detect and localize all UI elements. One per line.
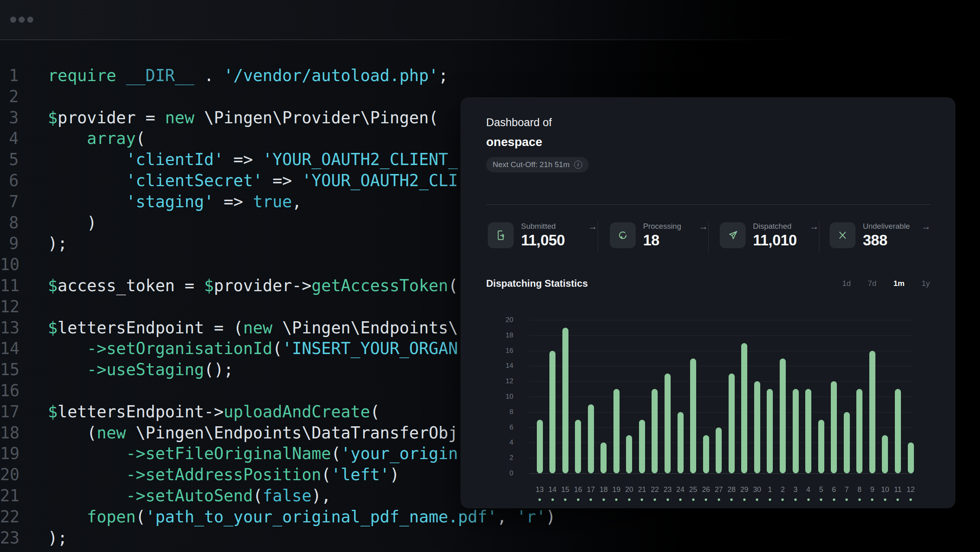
code-text [48,380,58,402]
chart-bar [537,420,543,473]
line-number: 11 [0,275,19,296]
chart-bar [562,328,568,473]
window-control-dot[interactable] [19,17,25,23]
gridline [529,366,913,366]
x-axis-dot [564,498,566,501]
chart-bar [895,389,901,473]
x-axis-dot [730,498,733,501]
chart-bar [793,389,799,473]
line-number: 1 [0,65,19,86]
window-control-dot[interactable] [27,17,33,23]
code-text: ->setFileOriginalName('your_origin [48,443,458,464]
x-axis-dot [705,498,707,501]
gridline [529,335,913,336]
line-number: 17 [0,402,19,423]
gridline [529,473,913,474]
x-axis-dot [743,498,746,501]
chart-bar [856,389,862,473]
code-text: $access_token = $provider->getAccessToke… [48,275,458,296]
x-axis-dot [896,498,899,501]
x-axis-dot [667,498,669,501]
chart-bar [678,412,684,473]
chart-bar [588,404,594,473]
line-number: 3 [0,107,19,129]
line-number: 6 [0,170,19,191]
y-axis-tick-label: 2 [477,454,513,462]
x-axis-dot [577,498,579,501]
gridline [529,320,913,320]
code-text: 'clientId' => 'YOUR_OAUTH2_CLIENT_ [48,149,458,170]
line-number: 9 [0,233,19,254]
code-text: ); [48,528,67,549]
gridline [529,351,913,351]
y-axis-tick-label: 4 [477,438,513,447]
chart-bar [805,389,811,473]
code-text: ) [48,213,96,234]
line-number: 15 [0,359,19,380]
x-axis-dot [679,498,682,501]
chart-bar [729,374,735,473]
x-axis-dot [807,498,810,501]
gridline [529,397,913,397]
chart-bar [639,420,645,473]
code-text: $lettersEndpoint = (new \Pingen\Endpoint… [48,318,458,339]
chart-bar [613,389,620,473]
chart-bar [882,435,888,474]
x-axis-dot [615,498,618,501]
x-axis-dot [820,498,822,501]
y-axis-tick-label: 6 [477,423,513,432]
x-axis-dot [603,498,605,501]
y-axis-tick-label: 0 [477,469,513,477]
window-controls [10,17,33,23]
x-axis-dot [871,498,873,501]
x-axis-dot [858,498,861,501]
x-axis-dot [845,498,848,501]
code-text: $provider = new \Pingen\Provider\Pingen( [48,107,438,129]
line-number: 2 [0,86,19,107]
x-axis-dot [794,498,797,501]
code-text [48,86,58,107]
line-number: 8 [0,213,19,234]
chart-bar [716,427,722,473]
line-number: 13 [0,318,19,339]
line-number: 19 [0,443,19,464]
y-axis-tick-label: 20 [477,316,513,324]
code-text: require __DIR__ . '/vendor/autoload.php'… [48,65,448,86]
code-line: 1require __DIR__ . '/vendor/autoload.php… [0,65,555,86]
x-axis-dot [909,498,912,501]
dispatching-statistics-chart: 0246810121416182013141516171819202122232… [461,98,955,508]
gridline [529,381,913,382]
gridline [529,427,913,428]
line-number: 18 [0,423,19,444]
x-axis-dot [718,498,720,501]
y-axis-tick-label: 18 [477,331,513,339]
x-axis-dot [551,498,554,501]
x-axis-dot [781,498,784,501]
line-number: 4 [0,128,19,149]
y-axis-tick-label: 8 [477,408,513,416]
chart-bar [575,420,581,473]
window-control-dot[interactable] [10,17,16,23]
chart-bar [754,381,760,473]
gridline [529,412,913,412]
chart-bar [844,412,850,473]
code-text: 'clientSecret' => 'YOUR_OAUTH2_CLI [48,170,458,191]
line-number: 12 [0,296,19,318]
code-line: 22 fopen('path_to_your_original_pdf_name… [0,507,555,528]
code-line: 23); [0,528,555,549]
x-axis-dot [884,498,886,501]
chart-bar [600,442,607,473]
line-number: 7 [0,191,19,213]
chart-bar [690,359,696,474]
dashboard-card: Dashboard of onespace Next Cut-Off: 21h … [461,97,955,508]
code-text [48,254,58,275]
chart-bar [831,381,837,473]
x-axis-dot [538,498,541,501]
x-axis-tick-label: 12 [903,485,919,494]
chart-bar [549,351,555,473]
line-number: 21 [0,485,19,507]
chart-bar [665,374,671,473]
code-text: ); [48,233,67,254]
y-axis-tick-label: 10 [477,393,513,401]
chart-bar [703,435,709,474]
